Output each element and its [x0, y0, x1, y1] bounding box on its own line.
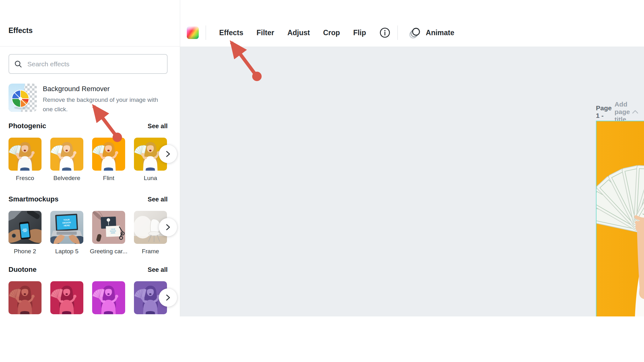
duotone-preview-2 [50, 281, 83, 314]
section-title: Smartmockups [8, 195, 58, 203]
see-all-duotone[interactable]: See all [148, 266, 168, 273]
toolbar-adjust-button[interactable]: Adjust [287, 29, 310, 37]
section-title: Photogenic [8, 122, 46, 130]
page-actions [630, 107, 644, 117]
photo-woman-with-money [597, 121, 644, 316]
page-header-bar: Page 1 - Add page title [596, 105, 644, 119]
section-photogenic: Photogenic See all Fresco Belvedere Flin… [8, 121, 168, 182]
animate-button[interactable]: Animate [406, 26, 456, 40]
toolbar-flip-button[interactable]: Flip [353, 29, 366, 37]
color-picker-swatch[interactable] [187, 26, 199, 39]
page-title-input[interactable]: Add page title [614, 101, 630, 123]
mockup-thumb-phone-2[interactable]: Phone 2 [8, 211, 42, 255]
info-button[interactable] [379, 27, 391, 38]
thumb-label: Laptop 5 [45, 248, 89, 255]
canvas-page[interactable] [596, 121, 644, 316]
background-remover-icon [8, 84, 37, 112]
fresco-preview [8, 138, 42, 171]
thumb-label: Fresco [3, 175, 47, 182]
background-remover-title: Background Remover [43, 85, 160, 93]
svg-text:HERE: HERE [64, 224, 70, 227]
chevron-up-icon [630, 107, 640, 117]
canva-editor: Page 1 - Add page title [0, 0, 644, 316]
panel-title: Effects [8, 26, 33, 35]
phone-mockup-preview [8, 211, 42, 244]
background-remover-description: Remove the background of your image with… [43, 95, 160, 114]
thumb-label: Frame [128, 248, 173, 255]
toolbar-divider [206, 25, 206, 40]
toolbar-divider [397, 25, 398, 40]
svg-text:YOUR: YOUR [63, 218, 70, 221]
thumb-label: Flint [86, 175, 131, 182]
toolbar-crop-button[interactable]: Crop [323, 29, 340, 37]
duotone-row [8, 281, 168, 314]
greeting-card-mockup-preview: YOUR DESIGN HERE [92, 211, 125, 244]
background-remover-text: Background Remover Remove the background… [43, 84, 160, 114]
effects-panel: Effects [0, 0, 180, 316]
info-icon [379, 27, 391, 38]
duotone-thumb-1[interactable] [8, 281, 42, 314]
see-all-photogenic[interactable]: See all [148, 123, 168, 130]
section-smartmockups: Smartmockups See all [8, 195, 168, 255]
animate-label: Animate [426, 29, 454, 37]
section-title: Duotone [8, 266, 36, 274]
section-duotone: Duotone See all [8, 265, 168, 314]
move-page-up-button[interactable] [630, 107, 641, 117]
toolbar-effects-button[interactable]: Effects [219, 29, 243, 37]
duotone-preview-1 [8, 281, 42, 314]
smartmockups-row: Phone 2 YOUR DESIGN HERE [8, 211, 168, 255]
mockup-thumb-laptop-5[interactable]: YOUR DESIGN HERE Laptop 5 [50, 211, 83, 255]
panel-divider [0, 46, 180, 47]
toolbar-filter-button[interactable]: Filter [257, 29, 274, 37]
photogenic-row: Fresco Belvedere Flint Luna [8, 138, 168, 182]
flint-preview [92, 138, 125, 171]
svg-text:DESIGN: DESIGN [62, 221, 71, 224]
search-icon [14, 60, 22, 68]
chevron-right-icon [164, 223, 172, 231]
thumb-label: Greeting car... [86, 248, 131, 255]
duotone-thumb-2[interactable] [50, 281, 83, 314]
duotone-next-button[interactable] [159, 288, 177, 307]
duotone-preview-3 [92, 281, 125, 314]
animate-icon [408, 26, 422, 39]
smartmockups-next-button[interactable] [159, 218, 177, 236]
effect-thumb-flint[interactable]: Flint [92, 138, 125, 182]
search-input[interactable] [27, 60, 162, 68]
belvedere-preview [50, 138, 83, 171]
background-remover-item[interactable]: Background Remover Remove the background… [8, 84, 168, 114]
mockup-thumb-greeting-card[interactable]: YOUR DESIGN HERE Greeting car... [92, 211, 125, 255]
photogenic-next-button[interactable] [159, 145, 177, 163]
laptop-mockup-preview: YOUR DESIGN HERE [50, 211, 83, 244]
thumb-label: Belvedere [45, 175, 89, 182]
thumb-label: Phone 2 [3, 248, 47, 255]
page-number-label: Page 1 - [596, 104, 612, 119]
chevron-right-icon [164, 150, 172, 158]
see-all-smartmockups[interactable]: See all [148, 196, 168, 203]
effect-thumb-belvedere[interactable]: Belvedere [50, 138, 83, 182]
duotone-thumb-3[interactable] [92, 281, 125, 314]
search-box[interactable] [8, 54, 168, 74]
thumb-label: Luna [128, 175, 173, 182]
chevron-right-icon [164, 294, 172, 301]
context-toolbar: Effects Filter Adjust Crop Flip Animate [180, 0, 644, 47]
svg-text:HERE: HERE [111, 232, 115, 234]
editor-workspace: Page 1 - Add page title [180, 47, 644, 316]
effect-thumb-fresco[interactable]: Fresco [8, 138, 42, 182]
